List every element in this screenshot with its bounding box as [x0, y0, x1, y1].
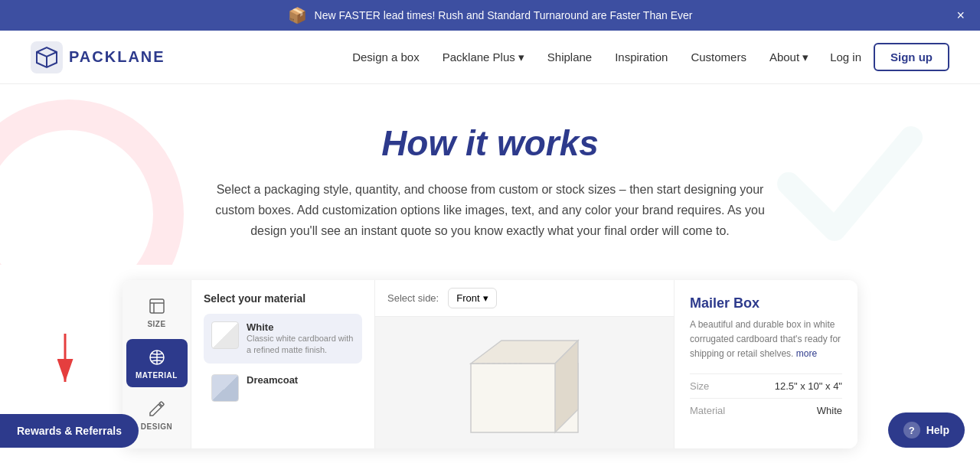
demo-canvas: Select side: Front ▾	[375, 280, 674, 448]
nav-about[interactable]: About ▾	[760, 44, 818, 70]
navigation: PACKLANE Design a box Packlane Plus ▾ Sh…	[0, 31, 980, 84]
hero-description: Select a packaging style, quantity, and …	[214, 179, 766, 242]
svg-rect-1	[150, 299, 164, 313]
logo-link[interactable]: PACKLANE	[31, 41, 165, 73]
canvas-toolbar: Select side: Front ▾	[375, 280, 674, 317]
box-illustration	[448, 325, 601, 440]
top-banner: 📦 New FASTER lead times! Rush and Standa…	[0, 0, 980, 31]
material-option-dreamcoat[interactable]: Dreamcoat	[204, 367, 362, 409]
red-arrow-decoration	[42, 330, 88, 394]
help-icon: ?	[903, 422, 920, 439]
product-title: Mailer Box	[690, 295, 842, 311]
chevron-down-icon-about: ▾	[802, 51, 808, 64]
help-label: Help	[926, 424, 949, 436]
material-panel: Select your material White Classic white…	[191, 280, 375, 448]
banner-text: New FASTER lead times! Rush and Standard…	[315, 9, 693, 21]
select-side-label: Select side:	[387, 292, 439, 304]
design-icon	[146, 398, 168, 419]
nav-inspiration[interactable]: Inspiration	[606, 44, 677, 70]
banner-box-icon: 📦	[288, 6, 307, 24]
product-info-panel: Mailer Box A beautiful and durable box i…	[674, 280, 858, 448]
white-material-name: White	[247, 321, 354, 333]
product-material-row: Material White	[690, 398, 842, 422]
hero-section: How it works Select a packaging style, q…	[0, 84, 980, 265]
material-icon	[146, 347, 168, 368]
logo-text: PACKLANE	[69, 48, 165, 66]
nav-links: Design a box Packlane Plus ▾ Shiplane In…	[343, 44, 818, 70]
chevron-down-icon: ▾	[518, 51, 524, 64]
dropdown-chevron-icon: ▾	[483, 292, 488, 304]
material-detail-value: White	[817, 405, 842, 416]
signup-button[interactable]: Sign up	[874, 43, 949, 71]
dreamcoat-swatch	[211, 374, 239, 402]
sidebar-item-size[interactable]: SIZE	[126, 288, 188, 336]
size-label: SIZE	[147, 320, 165, 328]
nav-customers[interactable]: Customers	[681, 44, 756, 70]
teal-check-decoration	[766, 99, 934, 265]
nav-packlane-plus[interactable]: Packlane Plus ▾	[433, 44, 534, 70]
select-side-dropdown[interactable]: Front ▾	[448, 288, 496, 308]
nav-shiplane[interactable]: Shiplane	[538, 44, 601, 70]
white-material-desc: Classic white cardboard with a refined m…	[247, 333, 354, 357]
dreamcoat-material-name: Dreamcoat	[247, 374, 298, 386]
product-size-row: Size 12.5" x 10" x 4"	[690, 373, 842, 398]
logo-icon	[31, 41, 63, 73]
material-label: MATERIAL	[136, 371, 178, 380]
demo-card: SIZE MATERIAL DESIGN	[122, 280, 858, 448]
nav-design-a-box[interactable]: Design a box	[343, 44, 429, 70]
canvas-body	[375, 317, 674, 448]
banner-close-button[interactable]: ×	[956, 8, 965, 22]
help-button[interactable]: ? Help	[888, 412, 965, 448]
login-link[interactable]: Log in	[818, 44, 874, 70]
material-panel-title: Select your material	[204, 292, 362, 305]
white-swatch	[211, 321, 239, 349]
size-icon	[146, 295, 168, 317]
size-detail-value: 12.5" x 10" x 4"	[775, 380, 842, 392]
more-link[interactable]: more	[796, 348, 817, 359]
design-label: DESIGN	[141, 422, 172, 431]
front-label: Front	[456, 292, 479, 304]
material-detail-label: Material	[690, 405, 725, 416]
sidebar-item-material[interactable]: MATERIAL	[126, 339, 188, 387]
product-description: A beautiful and durable box in white cor…	[690, 318, 842, 362]
size-detail-label: Size	[690, 380, 709, 392]
material-option-white[interactable]: White Classic white cardboard with a ref…	[204, 314, 362, 364]
rewards-referrals-button[interactable]: Rewards & Referrals	[0, 414, 139, 448]
